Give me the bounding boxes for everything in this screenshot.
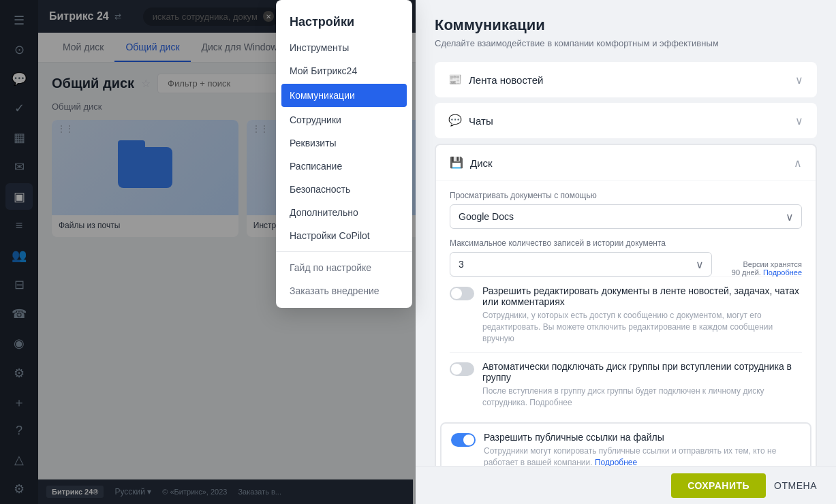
- cancel-button[interactable]: ОТМЕНА: [774, 480, 817, 491]
- disk-settings-title: Диск: [470, 157, 493, 169]
- settings-panel-title: Коммуникации: [435, 16, 817, 34]
- toggle-group-disk-desc: После вступления в группу диск группы бу…: [482, 385, 802, 409]
- settings-item-guide[interactable]: Гайд по настройке: [276, 256, 412, 279]
- menu-divider: [276, 251, 412, 252]
- settings-item-communications[interactable]: Коммуникации: [281, 84, 407, 107]
- history-row: Максимальное количество записей в истори…: [450, 229, 802, 277]
- history-label: Максимальное количество записей в истори…: [450, 238, 712, 248]
- toggle-public-links[interactable]: [451, 433, 476, 447]
- toggle-group-disk[interactable]: [450, 362, 474, 376]
- versions-link[interactable]: Подробнее: [763, 268, 802, 277]
- save-button[interactable]: СОХРАНИТЬ: [671, 473, 766, 498]
- history-select-wrapper: 1 2 3 5 10 20 ∨: [450, 252, 712, 277]
- accordion-news-feed-header[interactable]: 📰 Лента новостей ∨: [435, 62, 817, 97]
- settings-item-schedule[interactable]: Расписание: [276, 155, 412, 178]
- toggle-edit-feed-title: Разрешить редактировать документы в лент…: [482, 285, 802, 307]
- settings-item-additional[interactable]: Дополнительно: [276, 201, 412, 224]
- disk-settings-icon: 💾: [450, 156, 463, 170]
- news-feed-title: Лента новостей: [469, 74, 543, 86]
- settings-item-order[interactable]: Заказать внедрение: [276, 279, 412, 302]
- chats-title: Чаты: [469, 115, 493, 127]
- toggle-public-links-title: Разрешить публичные ссылки на файлы: [484, 432, 801, 443]
- settings-item-details[interactable]: Реквизиты: [276, 131, 412, 155]
- toggle-group-disk-title: Автоматически подключать диск группы при…: [482, 361, 802, 383]
- settings-menu-title: Настройки: [276, 5, 412, 36]
- chevron-up-icon: ∧: [794, 157, 802, 170]
- versions-note: Версии хранятся 90 дней. Подробнее: [720, 260, 802, 277]
- toggle-knob: [463, 435, 474, 445]
- accordion-chats: 💬 Чаты ∨: [435, 103, 817, 138]
- settings-item-tools[interactable]: Инструменты: [276, 36, 412, 59]
- view-docs-label: Просматривать документы с помощью: [450, 191, 802, 200]
- history-select[interactable]: 1 2 3 5 10 20: [450, 252, 712, 277]
- settings-item-copilot[interactable]: Настройки CoPilot: [276, 224, 412, 247]
- settings-item-security[interactable]: Безопасность: [276, 178, 412, 201]
- toggle-edit-feed[interactable]: [450, 287, 474, 300]
- settings-menu: Настройки Инструменты Мой Битрикс24 Комм…: [276, 0, 412, 308]
- toggle-knob: [451, 364, 462, 375]
- toggle-group-disk-row: Автоматически подключать диск группы при…: [450, 352, 802, 417]
- chevron-down-icon: ∨: [795, 114, 803, 127]
- toggle-knob: [451, 288, 462, 299]
- settings-item-employees[interactable]: Сотрудники: [276, 108, 412, 131]
- view-docs-select[interactable]: Google Docs Офис 365 Встроенный просмотр: [450, 204, 802, 229]
- disk-settings-section: 💾 Диск ∧ Просматривать документы с помощ…: [435, 144, 817, 504]
- chevron-down-icon: ∨: [795, 74, 803, 86]
- accordion-news-feed: 📰 Лента новостей ∨: [435, 62, 817, 97]
- view-docs-select-wrapper: Google Docs Офис 365 Встроенный просмотр…: [450, 204, 802, 229]
- settings-footer: СОХРАНИТЬ ОТМЕНА: [416, 466, 836, 504]
- accordion-chats-header[interactable]: 💬 Чаты ∨: [435, 103, 817, 138]
- toggle-edit-feed-desc: Сотрудники, у которых есть доступ к сооб…: [482, 310, 802, 344]
- disk-section-header[interactable]: 💾 Диск ∧: [436, 145, 816, 180]
- news-feed-icon: 📰: [448, 73, 462, 86]
- disk-section-body: Просматривать документы с помощью Google…: [436, 180, 816, 504]
- chats-icon: 💬: [448, 114, 462, 127]
- toggle-edit-feed-row: Разрешить редактировать документы в лент…: [450, 277, 802, 352]
- toggle-public-links-desc: Сотрудники могут копировать публичные сс…: [484, 445, 801, 469]
- settings-panel-subtitle: Сделайте взаимодействие в компании комфо…: [435, 38, 817, 48]
- settings-panel: Коммуникации Сделайте взаимодействие в к…: [416, 0, 836, 504]
- settings-item-my-bitrix[interactable]: Мой Битрикс24: [276, 59, 412, 82]
